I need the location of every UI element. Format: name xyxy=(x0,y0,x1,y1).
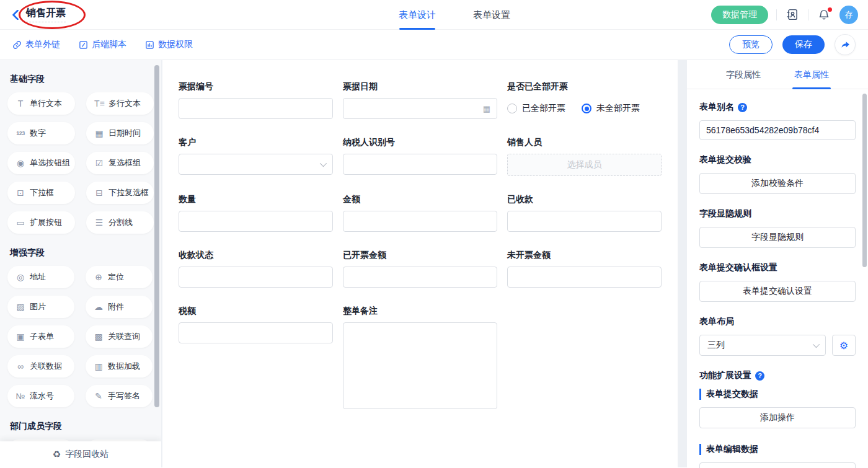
field-label: 已开票金额 xyxy=(343,250,497,261)
field-visibility-button[interactable]: 字段显隐规则 xyxy=(699,227,856,248)
field-label: 收款状态 xyxy=(179,250,333,261)
data-manage-button[interactable]: 数据管理 xyxy=(711,6,768,24)
preview-button[interactable]: 预览 xyxy=(729,35,773,54)
form-canvas: 票据编号 票据日期 ▦ 是否已全部开票 已全部开票 未全部开票 xyxy=(162,60,678,467)
field-type-datetime[interactable]: ▦日期时间 xyxy=(86,122,154,144)
submit-data-add-button[interactable]: 添加操作 xyxy=(699,407,856,428)
add-validation-button[interactable]: 添加校验条件 xyxy=(699,173,856,194)
header-tabs: 表单设计 表单设置 xyxy=(399,0,510,30)
radio-checked-icon[interactable] xyxy=(582,104,591,113)
field-visibility-label: 字段显隐规则 xyxy=(699,208,856,219)
field-type-divider[interactable]: ☰分割线 xyxy=(86,211,154,234)
date-input[interactable]: ▦ xyxy=(343,98,497,119)
external-link-item[interactable]: 表单外链 xyxy=(12,39,60,50)
field-type-radio-group[interactable]: ◉单选按钮组 xyxy=(7,152,75,174)
text-input[interactable] xyxy=(179,267,333,288)
select-input[interactable] xyxy=(179,154,333,175)
field-type-linked-query[interactable]: ▩关联查询 xyxy=(86,325,153,348)
radio-unchecked-icon[interactable] xyxy=(507,104,517,113)
text-input[interactable] xyxy=(179,211,333,232)
layout-select-value: 三列 xyxy=(707,340,725,351)
form-field-bill-number[interactable]: 票据编号 xyxy=(179,81,333,119)
tab-form-design[interactable]: 表单设计 xyxy=(399,0,436,30)
data-permission-item[interactable]: 数据权限 xyxy=(145,39,193,50)
field-type-data-load[interactable]: ▥数据加载 xyxy=(86,355,153,377)
text-input[interactable] xyxy=(179,322,333,343)
text-input[interactable] xyxy=(507,267,662,288)
textarea-input[interactable] xyxy=(343,322,497,409)
field-type-image[interactable]: ▨图片 xyxy=(7,296,74,318)
panel-scrollbar[interactable] xyxy=(862,94,867,267)
edit-data-add-button[interactable]: 添加操作 xyxy=(699,462,856,468)
text-input[interactable] xyxy=(343,211,497,232)
field-label: 已收款 xyxy=(507,194,662,205)
dropdown-icon: ⊡ xyxy=(16,188,25,197)
help-icon[interactable]: ? xyxy=(738,103,747,112)
field-type-checkbox-group[interactable]: ☑复选框组 xyxy=(86,152,154,174)
field-type-signature[interactable]: ✎手写签名 xyxy=(86,385,153,407)
form-field-fully-invoiced[interactable]: 是否已全部开票 已全部开票 未全部开票 xyxy=(507,81,662,119)
subform-icon: ▣ xyxy=(16,332,25,341)
radio-option-no[interactable]: 未全部开票 xyxy=(582,103,640,114)
form-field-order-remark[interactable]: 整单备注 xyxy=(343,306,497,409)
radio-group-icon: ◉ xyxy=(16,159,25,167)
tab-form-settings[interactable]: 表单设置 xyxy=(473,0,510,30)
text-input[interactable] xyxy=(343,154,497,175)
field-type-single-line-text[interactable]: T单行文本 xyxy=(7,92,75,115)
page-title: 销售开票 xyxy=(26,7,66,22)
form-alias-input[interactable] xyxy=(699,120,856,140)
text-input[interactable] xyxy=(179,98,333,119)
layout-select[interactable]: 三列 xyxy=(699,335,826,356)
field-recycle-bin[interactable]: ♻ 字段回收站 xyxy=(0,441,161,467)
form-field-uninvoiced-amount[interactable]: 未开票金额 xyxy=(507,250,662,288)
gear-icon: ⚙ xyxy=(839,340,848,351)
field-type-serial-number[interactable]: №流水号 xyxy=(7,385,74,407)
tab-form-properties[interactable]: 表单属性 xyxy=(794,60,829,89)
field-type-subform[interactable]: ▣子表单 xyxy=(7,325,74,348)
address-book-icon[interactable] xyxy=(785,7,800,22)
avatar[interactable]: 存 xyxy=(839,6,858,24)
field-type-multi-dropdown[interactable]: ⊟下拉复选框 xyxy=(86,182,154,204)
tab-field-properties[interactable]: 字段属性 xyxy=(726,60,761,89)
form-field-received[interactable]: 已收款 xyxy=(507,194,662,232)
form-alias-label: 表单别名 ? xyxy=(699,102,856,113)
header-right: 数据管理 存 xyxy=(711,6,858,24)
field-type-dropdown[interactable]: ⊡下拉框 xyxy=(7,182,75,204)
notification-bell-icon[interactable] xyxy=(817,7,831,22)
submit-confirm-button[interactable]: 表单提交确认设置 xyxy=(699,281,856,302)
sidebar-scrollbar[interactable] xyxy=(154,65,159,407)
form-field-customer[interactable]: 客户 xyxy=(179,137,333,176)
section-title-enhanced: 增强字段 xyxy=(10,247,153,258)
form-field-taxpayer-id[interactable]: 纳税人识别号 xyxy=(343,137,497,176)
layout-settings-button[interactable]: ⚙ xyxy=(832,335,856,356)
multi-line-text-icon: T≡ xyxy=(94,99,104,108)
form-field-salesperson[interactable]: 销售人员 选择成员 xyxy=(507,137,662,176)
save-button[interactable]: 保存 xyxy=(782,35,825,54)
share-button[interactable] xyxy=(835,34,856,55)
field-type-location[interactable]: ⊕定位 xyxy=(86,266,153,288)
member-select-input[interactable]: 选择成员 xyxy=(507,154,662,176)
checkbox-group-icon: ☑ xyxy=(94,159,104,167)
text-input[interactable] xyxy=(343,267,497,288)
form-field-amount[interactable]: 金额 xyxy=(343,194,497,232)
divider-icon: ☰ xyxy=(94,218,104,227)
field-type-number[interactable]: 123数字 xyxy=(7,122,75,144)
divider xyxy=(776,9,777,20)
backend-script-item[interactable]: 后端脚本 xyxy=(79,39,126,50)
radio-option-yes[interactable]: 已全部开票 xyxy=(507,103,565,114)
help-icon[interactable]: ? xyxy=(755,371,764,381)
form-field-bill-date[interactable]: 票据日期 ▦ xyxy=(343,81,497,119)
form-field-payment-status[interactable]: 收款状态 xyxy=(179,250,333,288)
top-header: 销售开票 表单设计 表单设置 数据管理 存 xyxy=(0,0,868,30)
field-type-address[interactable]: ◎地址 xyxy=(7,266,74,288)
form-field-quantity[interactable]: 数量 xyxy=(179,194,333,232)
form-field-tax[interactable]: 税额 xyxy=(179,306,333,409)
form-field-invoiced-amount[interactable]: 已开票金额 xyxy=(343,250,497,288)
field-type-multi-line-text[interactable]: T≡多行文本 xyxy=(86,92,154,115)
back-icon[interactable] xyxy=(10,9,21,20)
field-type-linked-data[interactable]: ∞关联数据 xyxy=(7,355,74,377)
field-type-attachment[interactable]: ☁附件 xyxy=(86,296,153,318)
field-type-extend-button[interactable]: ▭扩展按钮 xyxy=(7,211,75,234)
text-input[interactable] xyxy=(507,211,662,232)
backend-script-label: 后端脚本 xyxy=(92,39,126,50)
